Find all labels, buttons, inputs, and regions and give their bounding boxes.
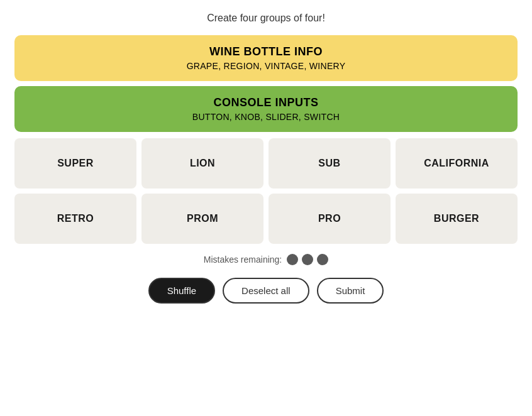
submit-button[interactable]: Submit <box>317 278 384 304</box>
mistake-dot <box>317 254 328 265</box>
tile-lion[interactable]: LION <box>141 138 263 189</box>
page-title: Create four groups of four! <box>207 13 325 24</box>
solved-group-members: BUTTON, KNOB, SLIDER, SWITCH <box>27 112 505 122</box>
mistake-dot <box>302 254 313 265</box>
tile-super[interactable]: SUPER <box>14 138 136 189</box>
buttons-row: Shuffle Deselect all Submit <box>148 278 384 304</box>
tile-label-pro: PRO <box>318 213 341 224</box>
tile-label-super: SUPER <box>57 158 94 169</box>
shuffle-button[interactable]: Shuffle <box>148 278 215 304</box>
tile-label-prom: PROM <box>187 213 218 224</box>
solved-groups-container: WINE BOTTLE INFO GRAPE, REGION, VINTAGE,… <box>14 35 518 132</box>
tile-label-burger: BURGER <box>434 213 479 224</box>
tile-label-retro: RETRO <box>57 213 94 224</box>
mistakes-row: Mistakes remaining: <box>204 254 329 265</box>
tile-california[interactable]: CALIFORNIA <box>396 138 518 189</box>
solved-group-yellow: WINE BOTTLE INFO GRAPE, REGION, VINTAGE,… <box>14 35 518 81</box>
tile-retro[interactable]: RETRO <box>14 194 136 244</box>
tile-sub[interactable]: SUB <box>269 138 391 189</box>
deselect-all-button[interactable]: Deselect all <box>223 278 309 304</box>
tile-burger[interactable]: BURGER <box>396 194 518 244</box>
dots-container <box>287 254 328 265</box>
tiles-grid: SUPERLIONSUBCALIFORNIARETROPROMPROBURGER <box>14 138 518 244</box>
game-container: Create four groups of four! WINE BOTTLE … <box>14 13 518 304</box>
tile-label-sub: SUB <box>318 158 340 169</box>
solved-group-green: CONSOLE INPUTS BUTTON, KNOB, SLIDER, SWI… <box>14 86 518 132</box>
solved-group-members: GRAPE, REGION, VINTAGE, WINERY <box>27 61 505 71</box>
tile-pro[interactable]: PRO <box>269 194 391 244</box>
tile-label-california: CALIFORNIA <box>424 158 489 169</box>
tile-label-lion: LION <box>190 158 215 169</box>
tile-prom[interactable]: PROM <box>141 194 263 244</box>
mistakes-label: Mistakes remaining: <box>204 255 282 265</box>
solved-group-category: WINE BOTTLE INFO <box>27 45 505 58</box>
solved-group-category: CONSOLE INPUTS <box>27 96 505 109</box>
mistake-dot <box>287 254 298 265</box>
